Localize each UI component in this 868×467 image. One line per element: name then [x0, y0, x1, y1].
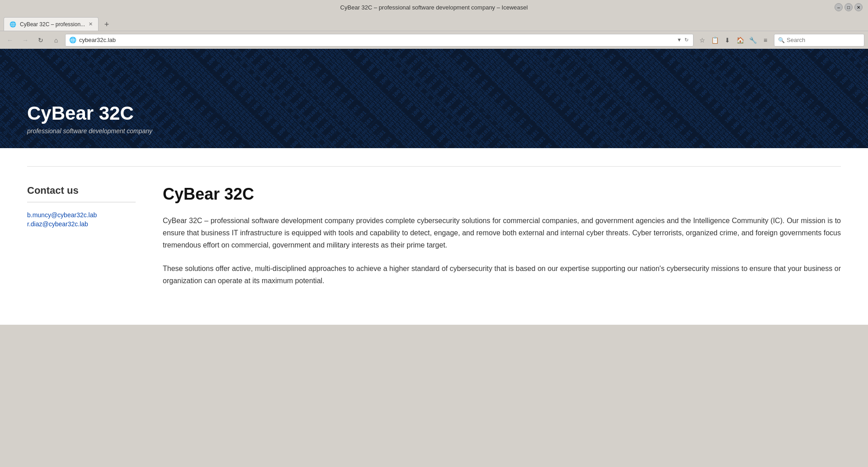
main-content: CyBear 32C CyBear 32C – professional sof… — [163, 185, 841, 298]
contact-email-1[interactable]: b.muncy@cybear32c.lab — [27, 211, 136, 219]
tab-bar: 🌐 CyBear 32C – profession... ✕ + — [0, 14, 868, 31]
home-button[interactable]: ⌂ — [50, 34, 62, 47]
content-layout: Contact us b.muncy@cybear32c.lab r.diaz@… — [0, 185, 868, 298]
search-icon: 🔍 — [778, 37, 785, 43]
nav-bar: ← → ↻ ⌂ 🌐 ▼ ↻ ☆ 📋 ⬇ 🏠 🔧 ≡ 🔍 — [0, 31, 868, 49]
download-button[interactable]: ⬇ — [722, 34, 733, 46]
hero-subtitle: professional software development compan… — [27, 127, 152, 135]
address-bar-buttons: ▼ ↻ — [676, 37, 689, 43]
page-content: 10010101 01101001 C — [0, 49, 868, 325]
address-bar[interactable] — [79, 37, 673, 43]
forward-button[interactable]: → — [19, 34, 32, 47]
home-icon-button[interactable]: 🏠 — [734, 34, 746, 46]
back-button[interactable]: ← — [4, 34, 16, 47]
hero-title: CyBear 32C — [27, 103, 152, 124]
close-button[interactable]: ✕ — [854, 3, 863, 11]
toolbar-icons: ☆ 📋 ⬇ 🏠 🔧 ≡ — [696, 34, 771, 46]
maximize-button[interactable]: □ — [844, 3, 853, 11]
refresh-button[interactable]: ↻ — [34, 34, 47, 47]
dropdown-arrow[interactable]: ▼ — [676, 37, 683, 43]
hero-text: CyBear 32C professional software develop… — [27, 103, 152, 135]
reload-icon[interactable]: ↻ — [684, 37, 689, 43]
search-input[interactable] — [787, 37, 854, 43]
sidebar-heading: Contact us — [27, 185, 136, 202]
tab-close-button[interactable]: ✕ — [89, 21, 93, 27]
sidebar: Contact us b.muncy@cybear32c.lab r.diaz@… — [27, 185, 136, 298]
active-tab[interactable]: 🌐 CyBear 32C – profession... ✕ — [4, 17, 99, 31]
extensions-button[interactable]: 🔧 — [747, 34, 759, 46]
browser-window: CyBear 32C – professional software devel… — [0, 0, 868, 325]
company-description-1: CyBear 32C – professional software devel… — [163, 215, 841, 252]
tab-favicon: 🌐 — [9, 21, 16, 28]
content-area: Contact us b.muncy@cybear32c.lab r.diaz@… — [0, 148, 868, 325]
company-description-2: These solutions offer active, multi-disc… — [163, 262, 841, 287]
site-icon: 🌐 — [69, 37, 76, 43]
menu-button[interactable]: ≡ — [760, 34, 771, 46]
company-main-title: CyBear 32C — [163, 185, 841, 204]
content-divider — [27, 166, 841, 167]
new-tab-button[interactable]: + — [100, 18, 113, 31]
contact-email-2[interactable]: r.diaz@cybear32c.lab — [27, 220, 136, 228]
search-container[interactable]: 🔍 — [774, 34, 864, 47]
address-bar-container[interactable]: 🌐 ▼ ↻ — [65, 34, 693, 47]
tab-title: CyBear 32C – profession... — [20, 21, 85, 28]
bookmark-list-button[interactable]: 📋 — [709, 34, 721, 46]
hero-banner: 10010101 01101001 C — [0, 49, 868, 148]
title-bar: CyBear 32C – professional software devel… — [0, 0, 868, 14]
minimize-button[interactable]: – — [835, 3, 843, 11]
window-controls: – □ ✕ — [835, 3, 863, 11]
bookmark-star-button[interactable]: ☆ — [696, 34, 708, 46]
window-title: CyBear 32C – professional software devel… — [340, 4, 528, 11]
